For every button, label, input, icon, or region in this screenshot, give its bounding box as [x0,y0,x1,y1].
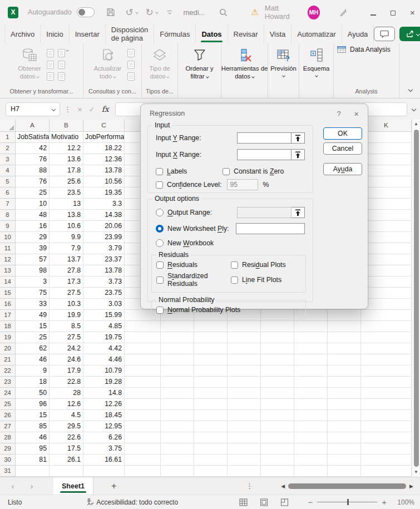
cell-C19[interactable]: 19.75 [83,332,125,343]
cell-C17[interactable]: 15.99 [83,310,125,321]
cell-J21[interactable] [328,354,361,365]
column-header-B[interactable]: B [50,120,83,132]
cell-B16[interactable]: 10.3 [50,299,83,310]
properties-icon[interactable] [127,61,135,69]
user-name[interactable]: Matt Howard [265,4,302,21]
cell-C10[interactable]: 23.99 [83,232,125,243]
outline-button[interactable]: Esquema [301,47,332,77]
cell-K21[interactable] [361,354,412,365]
cell-K14[interactable] [361,276,412,288]
cell-C1[interactable]: JobPerformanc [83,132,125,143]
cell-B25[interactable]: 12.6 [50,399,83,410]
cell-F19[interactable] [194,332,228,343]
cell-I31[interactable] [294,466,328,477]
name-box[interactable]: H7 [6,102,60,116]
cell-K11[interactable] [361,243,412,254]
cell-J23[interactable] [328,377,361,388]
cell-C26[interactable]: 18.45 [83,410,125,421]
scroll-right-icon[interactable]: ▶ [409,483,413,489]
cell-C20[interactable]: 4.42 [83,343,125,354]
cell-I25[interactable] [294,399,328,410]
cell-B23[interactable]: 22.8 [50,377,83,388]
cell-A20[interactable]: 62 [16,343,50,354]
cell-J28[interactable] [328,432,361,443]
cell-D20[interactable] [125,343,161,354]
customize-quick-access-icon[interactable] [167,11,172,14]
existing-connections-icon[interactable] [58,72,65,81]
undo-dropdown-icon[interactable] [135,11,138,13]
cell-B11[interactable]: 7.9 [50,243,83,254]
page-break-preview-icon[interactable] [280,498,289,506]
cell-F27[interactable] [194,421,228,432]
cell-G22[interactable] [228,365,261,377]
cell-G21[interactable] [228,354,261,365]
cell-K22[interactable] [361,365,412,377]
cell-F30[interactable] [194,454,228,466]
cell-C28[interactable]: 6.26 [83,432,125,443]
cell-K13[interactable] [361,265,412,276]
row-header-16[interactable]: 16 [0,299,16,310]
cell-E18[interactable] [161,321,194,332]
cell-I27[interactable] [294,421,328,432]
cell-I21[interactable] [294,354,328,365]
cell-F21[interactable] [194,354,228,365]
cell-B1[interactable]: Motivatio [50,132,83,143]
get-data-button[interactable]: Obtener datos [14,47,45,80]
cell-E30[interactable] [161,454,194,466]
cell-I19[interactable] [294,332,328,343]
new-worksheet-ply-input[interactable] [236,223,305,234]
cell-G28[interactable] [228,432,261,443]
cell-J19[interactable] [328,332,361,343]
cell-E21[interactable] [161,354,194,365]
labels-checkbox[interactable]: Labels [156,167,223,175]
cell-F22[interactable] [194,365,228,377]
row-header-21[interactable]: 21 [0,354,16,365]
cell-K20[interactable] [361,343,412,354]
cell-G24[interactable] [228,388,261,399]
select-all-corner[interactable] [0,120,16,132]
cell-K12[interactable] [361,254,412,265]
cell-B30[interactable]: 26.1 [50,454,83,466]
output-range-picker-button[interactable] [291,207,305,218]
cell-B10[interactable]: 9.9 [50,232,83,243]
cell-B24[interactable]: 28 [50,388,83,399]
row-header-9[interactable]: 9 [0,221,16,232]
insert-function-icon[interactable]: fx [102,105,109,113]
cell-G31[interactable] [228,466,261,477]
from-text-icon[interactable] [47,49,54,57]
cell-C12[interactable]: 23.37 [83,254,125,265]
cell-H26[interactable] [261,410,294,421]
cell-G19[interactable] [228,332,261,343]
row-header-12[interactable]: 12 [0,254,16,265]
cell-B22[interactable]: 17.9 [50,365,83,377]
cell-B14[interactable]: 17.3 [50,276,83,288]
cell-A26[interactable]: 15 [16,410,50,421]
cell-C2[interactable]: 18.22 [83,143,125,154]
cell-B13[interactable]: 27.8 [50,265,83,276]
cell-C3[interactable]: 12.36 [83,154,125,165]
cell-C16[interactable]: 3.03 [83,299,125,310]
scroll-down-icon[interactable]: ▼ [414,468,418,477]
cell-F31[interactable] [194,466,228,477]
cell-K10[interactable] [361,232,412,243]
minimize-button[interactable] [365,8,381,17]
cell-E23[interactable] [161,377,194,388]
cell-D19[interactable] [125,332,161,343]
cell-D23[interactable] [125,377,161,388]
from-picture-dropdown-icon[interactable] [66,48,69,52]
cell-I22[interactable] [294,365,328,377]
cell-K7[interactable] [361,199,412,210]
row-header-7[interactable]: 7 [0,199,16,210]
cell-F28[interactable] [194,432,228,443]
cell-K5[interactable] [361,176,412,187]
comments-button[interactable] [374,27,395,41]
cell-A15[interactable]: 75 [16,288,50,299]
cell-K30[interactable] [361,454,412,466]
cell-A9[interactable]: 16 [16,221,50,232]
tab-disposicion-de-pagina[interactable]: Disposición de página [106,24,154,43]
tab-automatizar[interactable]: Automatizar [291,24,342,43]
name-box-dropdown-icon[interactable] [52,107,56,111]
cell-B17[interactable]: 19.9 [50,310,83,321]
cell-B7[interactable]: 13 [50,199,83,210]
cell-B9[interactable]: 10.6 [50,221,83,232]
